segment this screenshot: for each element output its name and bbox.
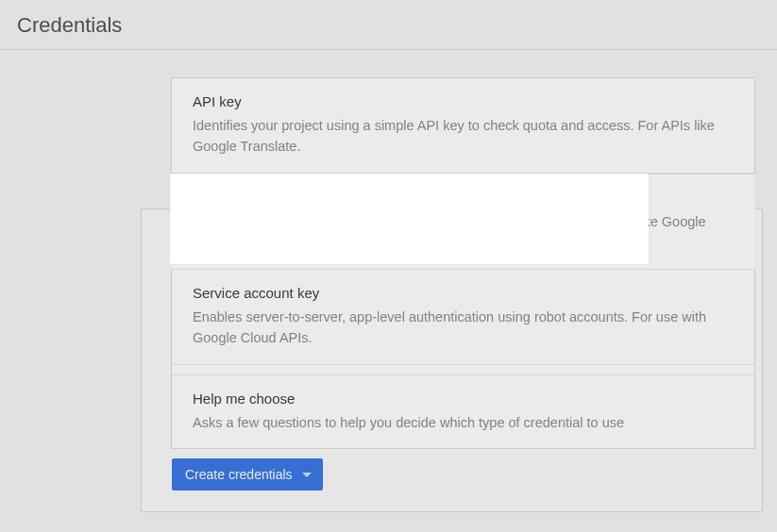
- chevron-down-icon: [302, 473, 312, 477]
- page-header: Credentials: [0, 0, 777, 50]
- dropdown-item-help-me-choose[interactable]: Help me choose Asks a few questions to h…: [172, 374, 754, 448]
- dropdown-item-desc: Identifies your project using a simple A…: [193, 115, 734, 158]
- dropdown-item-title: API key: [193, 93, 734, 109]
- dropdown-item-desc: Enables server-to-server, app-level auth…: [193, 307, 734, 349]
- dropdown-item-desc: Asks a few questions to help you decide …: [193, 412, 734, 433]
- page-title: Credentials: [17, 13, 760, 38]
- create-credentials-label: Create credentials: [185, 467, 293, 482]
- dropdown-item-api-key[interactable]: API key Identifies your project using a …: [172, 78, 754, 174]
- dropdown-item-title: Service account key: [193, 285, 734, 301]
- create-credentials-button[interactable]: Create credentials: [172, 458, 323, 490]
- highlight-overlay: [170, 174, 649, 264]
- dropdown-item-service-account-key[interactable]: Service account key Enables server-to-se…: [172, 270, 754, 365]
- dropdown-item-title: Help me choose: [193, 391, 734, 407]
